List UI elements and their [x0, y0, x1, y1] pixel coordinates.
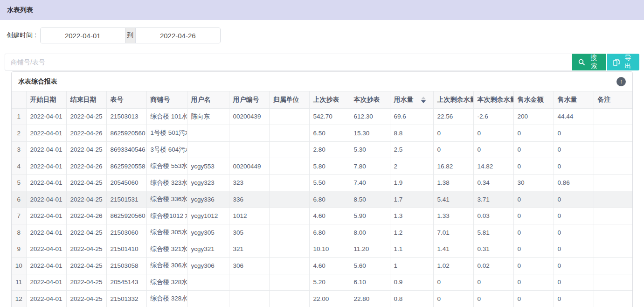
- table-cell: 10.10: [309, 241, 350, 258]
- row-index-header: [12, 91, 26, 108]
- filter-row: 创建时间 : 到: [7, 28, 639, 43]
- table-cell: 5.20: [309, 274, 350, 291]
- row-index-cell: 1: [12, 108, 26, 125]
- table-row[interactable]: 22022-04-012022-04-2686259205601号楼 501污水…: [12, 125, 633, 142]
- table-cell: [269, 141, 309, 158]
- table-cell: 1.33: [433, 208, 473, 224]
- table-cell: 综合楼 321水表: [146, 241, 187, 258]
- table-cell: 21501531: [106, 191, 146, 208]
- table-cell: 1: [390, 258, 433, 274]
- column-header-label: 商铺号: [151, 96, 170, 103]
- table-cell: 20545060: [106, 174, 146, 191]
- column-header-label: 上次剩余水量: [437, 96, 474, 103]
- table-cell: 22.56: [433, 108, 473, 125]
- table-cell: 2022-04-01: [26, 108, 66, 125]
- table-row[interactable]: 102022-04-012022-04-2521503058综合楼 306水表y…: [12, 258, 633, 274]
- column-header: 结束日期: [66, 91, 106, 108]
- table-cell: ycgy336: [187, 191, 229, 208]
- column-header-label: 开始日期: [30, 96, 56, 103]
- table-row[interactable]: 112022-04-012022-04-2520545143综合楼 328水表5…: [12, 274, 633, 291]
- column-header: 归属单位: [269, 91, 309, 108]
- sort-carets-icon[interactable]: [421, 97, 426, 103]
- table-cell: [269, 158, 309, 175]
- table-cell: 2022-04-25: [66, 108, 106, 125]
- table-cell: 5.80: [309, 158, 350, 175]
- report-panel: 水表综合报表 ↑ 开始日期结束日期表号商铺号用户名用户编号归属单位上次抄表本次抄…: [11, 71, 633, 307]
- table-row[interactable]: 32022-04-012022-04-2586933405463号楼 604污水…: [12, 141, 633, 158]
- table-cell: 2022-04-01: [26, 191, 66, 208]
- table-cell: 2022-04-26: [66, 208, 106, 224]
- column-header: 商铺号: [146, 91, 187, 108]
- table-cell: 2022-04-01: [26, 158, 66, 175]
- table-cell: 22.00: [309, 291, 350, 307]
- table-cell: 2022-04-01: [26, 258, 66, 274]
- table-cell: 0: [554, 241, 594, 258]
- column-header-label: 用户编号: [233, 96, 259, 103]
- table-cell: 00200439: [229, 108, 269, 125]
- table-cell: [269, 241, 309, 258]
- table-cell: 0: [513, 224, 554, 241]
- table-row[interactable]: 72022-04-012022-04-268625920560综合楼1012 水…: [12, 208, 633, 224]
- table-cell: [229, 274, 269, 291]
- column-header: 本次抄表: [350, 91, 390, 108]
- table-cell: 0: [433, 125, 473, 142]
- search-input[interactable]: [5, 54, 572, 70]
- table-cell: 1.9: [390, 174, 433, 191]
- table-cell: [594, 141, 633, 158]
- table-row[interactable]: 42022-04-012022-04-268625920558综合楼 553水表…: [12, 158, 633, 175]
- table-row[interactable]: 122022-04-012022-04-2521501332综合楼 328水表2…: [12, 291, 633, 307]
- row-index-cell: 4: [12, 158, 26, 175]
- column-header: 售水量: [554, 91, 594, 108]
- table-cell: 8625920560: [106, 208, 146, 224]
- table-cell: [594, 258, 633, 274]
- row-index-cell: 7: [12, 208, 26, 224]
- row-index-cell: 2: [12, 125, 26, 142]
- magnifier-icon: [578, 59, 585, 65]
- table-cell: 2022-04-26: [66, 125, 106, 142]
- table-row[interactable]: 52022-04-012022-04-2520545060综合楼 323水表yc…: [12, 174, 633, 191]
- table-cell: 15.30: [350, 125, 390, 142]
- table-cell: [229, 141, 269, 158]
- table-cell: [594, 174, 633, 191]
- table-cell: 2022-04-25: [66, 174, 106, 191]
- table-cell: [269, 108, 309, 125]
- table-cell: 0: [554, 141, 594, 158]
- table-cell: 4.60: [309, 208, 350, 224]
- table-cell: 2022-04-25: [66, 141, 106, 158]
- table-cell: 0: [513, 141, 554, 158]
- table-cell: [269, 208, 309, 224]
- table-cell: 5.41: [433, 191, 473, 208]
- table-cell: 21501410: [106, 241, 146, 258]
- export-button[interactable]: 导出: [607, 54, 639, 70]
- search-button[interactable]: 搜索: [572, 54, 606, 70]
- table-cell: 0: [513, 258, 554, 274]
- column-header-label: 备注: [598, 96, 611, 103]
- table-cell: 2.5: [390, 141, 433, 158]
- table-cell: 8.50: [350, 191, 390, 208]
- date-to-input[interactable]: [136, 28, 220, 43]
- table-cell: 306: [229, 258, 269, 274]
- table-row[interactable]: 62022-04-012022-04-2521501531综合楼 336水表yc…: [12, 191, 633, 208]
- column-header[interactable]: 用水量: [390, 91, 433, 108]
- circle-arrow-up-icon[interactable]: ↑: [616, 77, 626, 86]
- table-cell: 0: [554, 224, 594, 241]
- table-cell: 2022-04-25: [66, 258, 106, 274]
- table-cell: [594, 291, 633, 307]
- table-cell: 21501332: [106, 291, 146, 307]
- report-panel-header: 水表综合报表 ↑: [12, 72, 632, 91]
- table-cell: 0: [554, 291, 594, 307]
- table-cell: 1.3: [390, 208, 433, 224]
- table-cell: 22.80: [350, 291, 390, 307]
- column-header: 表号: [106, 91, 146, 108]
- table-row[interactable]: 82022-04-012022-04-2521503060综合楼 305水表yc…: [12, 224, 633, 241]
- table-cell: 6.80: [309, 191, 350, 208]
- table-row[interactable]: 92022-04-012022-04-2521501410综合楼 321水表yc…: [12, 241, 633, 258]
- table-cell: [594, 224, 633, 241]
- table-cell: 综合楼 101水表: [146, 108, 187, 125]
- table-cell: [594, 208, 633, 224]
- table-row[interactable]: 12022-04-012022-04-2521503013综合楼 101水表陈向…: [12, 108, 633, 125]
- table-cell: 2022-04-01: [26, 174, 66, 191]
- date-from-input[interactable]: [41, 28, 125, 43]
- table-cell: ycgy321: [187, 241, 229, 258]
- table-cell: [594, 274, 633, 291]
